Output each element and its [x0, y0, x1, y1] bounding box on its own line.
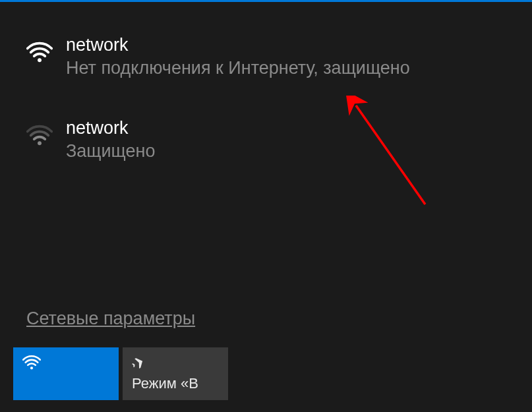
network-name: network: [66, 118, 506, 138]
network-name: network: [66, 35, 506, 55]
wifi-icon: [26, 123, 53, 150]
network-list: network Нет подключения к Интернету, защ…: [0, 2, 532, 162]
network-status: Нет подключения к Интернету, защищено: [66, 58, 506, 78]
airplane-icon: [132, 354, 150, 370]
tile-label: Режим «В: [132, 375, 219, 392]
network-settings-link[interactable]: Сетевые параметры: [26, 309, 195, 329]
quick-action-tiles: Режим «В: [13, 347, 519, 400]
wifi-icon: [26, 40, 53, 67]
network-item-available[interactable]: network Защищено: [26, 118, 506, 162]
settings-section: Сетевые параметры Режим «В: [0, 309, 532, 412]
wifi-icon: [22, 354, 41, 370]
network-item-connected[interactable]: network Нет подключения к Интернету, защ…: [26, 35, 506, 78]
wifi-tile[interactable]: [13, 347, 119, 400]
network-info: network Нет подключения к Интернету, защ…: [66, 35, 506, 78]
airplane-mode-tile[interactable]: Режим «В: [123, 347, 228, 400]
network-status: Защищено: [66, 141, 506, 162]
network-info: network Защищено: [66, 118, 506, 162]
